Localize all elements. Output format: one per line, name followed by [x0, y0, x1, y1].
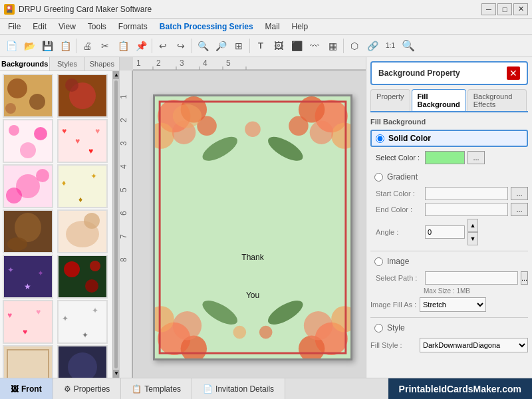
tb-align[interactable]: ⬡ [346, 37, 363, 55]
gradient-radio[interactable] [374, 173, 383, 182]
tb-redo[interactable]: ↪ [172, 37, 190, 55]
tb-cut[interactable]: ✂ [96, 37, 114, 55]
start-color-btn[interactable]: ... [511, 187, 528, 200]
tb-save2[interactable]: 📋 [57, 37, 74, 55]
tb-undo[interactable]: ↩ [154, 37, 172, 55]
color-picker-button[interactable]: ... [467, 151, 485, 164]
properties-label: Properties [74, 384, 110, 394]
svg-text:♥: ♥ [88, 146, 93, 156]
bg-item-12[interactable]: ✦✦✦ [57, 300, 108, 344]
toolbar-separator-1 [76, 39, 76, 53]
fill-style-select[interactable]: DarkDownwardDiagona Horizontal Vertical [420, 338, 528, 352]
tb-group[interactable]: 🔗 [364, 37, 381, 55]
bg-item-7[interactable] [3, 209, 53, 253]
bg-item-6[interactable]: ♦♦✦ [57, 164, 108, 208]
fill-as-select[interactable]: Stretch Tile Center [420, 297, 486, 312]
tab-templates[interactable]: 📋 Templates [121, 378, 192, 399]
menu-formats[interactable]: Formats [113, 21, 153, 33]
left-panel-scrollbar[interactable]: ▲ ▼ [112, 71, 119, 378]
menu-edit[interactable]: Edit [27, 21, 52, 33]
app-icon: 🎴 [4, 4, 15, 15]
svg-point-96 [259, 326, 273, 339]
fill-style-label: Fill Style : [370, 341, 417, 349]
image-radio[interactable] [374, 257, 383, 266]
menu-bar: File Edit View Tools Formats Batch Proce… [0, 19, 532, 35]
tb-new[interactable]: 📄 [3, 37, 20, 55]
svg-text:2: 2 [120, 118, 128, 122]
tab-front[interactable]: 🖼 Front [0, 378, 53, 399]
tb-save[interactable]: 💾 [39, 37, 56, 55]
end-color-btn[interactable]: ... [511, 203, 528, 216]
minimize-button[interactable]: ─ [481, 3, 496, 15]
menu-mail[interactable]: Mail [260, 21, 285, 33]
svg-point-10 [20, 142, 36, 158]
maximize-button[interactable]: □ [497, 3, 512, 15]
tab-shapes[interactable]: Shapes [85, 57, 119, 70]
angle-up-btn[interactable]: ▲ [467, 219, 478, 232]
tab-properties[interactable]: ⚙ Properties [53, 378, 122, 399]
path-browse-btn[interactable]: ... [521, 271, 528, 285]
tb-image[interactable]: 🖼 [270, 37, 287, 55]
tab-styles[interactable]: Styles [50, 57, 84, 70]
style-radio[interactable] [374, 324, 383, 332]
bg-item-14[interactable] [57, 345, 108, 378]
angle-input[interactable] [425, 225, 465, 239]
property-close-button[interactable]: ✕ [507, 66, 520, 80]
tb-line[interactable]: 〰 [306, 37, 323, 55]
menu-view[interactable]: View [53, 21, 81, 33]
solid-color-radio[interactable] [376, 134, 384, 143]
tb-barcode[interactable]: ▦ [324, 37, 341, 55]
property-tabs: Property Fill Background Background Effe… [370, 89, 528, 112]
menu-tools[interactable]: Tools [82, 21, 112, 33]
svg-point-18 [6, 188, 22, 203]
fill-as-row: Image Fill As : Stretch Tile Center [370, 297, 528, 312]
menu-file[interactable]: File [3, 21, 26, 33]
bg-item-2[interactable] [57, 74, 108, 118]
menu-batch[interactable]: Batch Processing Series [154, 21, 259, 33]
color-swatch[interactable] [425, 151, 465, 164]
tb-open[interactable]: 📂 [21, 37, 38, 55]
tb-100[interactable]: 1:1 [382, 37, 399, 55]
svg-point-94 [245, 121, 261, 137]
bg-item-10[interactable] [57, 255, 108, 299]
tb-shape[interactable]: ⬛ [288, 37, 305, 55]
tb-zoom-out[interactable]: 🔎 [212, 37, 229, 55]
templates-icon: 📋 [132, 384, 142, 394]
solid-color-row: Solid Color [370, 130, 528, 147]
tb-print[interactable]: 🖨 [78, 37, 96, 55]
end-color-input[interactable] [425, 203, 508, 216]
bg-item-8[interactable] [57, 209, 108, 253]
window-title: DRPU Greeting Card Maker Software [19, 5, 152, 14]
angle-label: Angle : [376, 228, 422, 236]
menu-help[interactable]: Help [287, 21, 314, 33]
prop-tab-property[interactable]: Property [370, 89, 410, 111]
bg-item-13[interactable] [3, 345, 53, 378]
tab-invitation[interactable]: 📄 Invitation Details [192, 378, 285, 399]
bg-item-5[interactable] [3, 164, 53, 208]
bg-item-9[interactable]: ✦★✦ [3, 255, 53, 299]
tb-copy[interactable]: 📋 [114, 37, 132, 55]
prop-tab-effects[interactable]: Background Effects [467, 89, 527, 111]
select-path-label: Select Path : [376, 274, 422, 282]
angle-down-btn[interactable]: ▼ [467, 232, 478, 245]
svg-point-35 [64, 261, 80, 277]
svg-rect-34 [59, 256, 106, 297]
scroll-thumb[interactable] [114, 80, 118, 368]
bg-item-1[interactable] [3, 74, 53, 118]
start-color-input[interactable] [425, 187, 508, 200]
bg-item-11[interactable]: ♥♥♥ [3, 300, 53, 344]
bg-item-4[interactable]: ♥♥♥♥ [57, 119, 108, 163]
tb-text[interactable]: T [252, 37, 269, 55]
prop-tab-fill[interactable]: Fill Background [412, 89, 466, 111]
path-input[interactable] [425, 271, 518, 285]
bg-item-3[interactable] [3, 119, 53, 163]
tb-magnify[interactable]: 🔍 [400, 37, 417, 55]
close-button[interactable]: ✕ [513, 3, 528, 15]
tab-backgrounds[interactable]: Backgrounds [0, 57, 50, 70]
templates-label: Templates [144, 384, 181, 394]
tb-fit[interactable]: ⊞ [230, 37, 247, 55]
svg-point-8 [9, 125, 19, 136]
tb-paste[interactable]: 📌 [132, 37, 150, 55]
start-color-row: Start Color : ... [370, 187, 528, 200]
tb-zoom-in[interactable]: 🔍 [194, 37, 211, 55]
